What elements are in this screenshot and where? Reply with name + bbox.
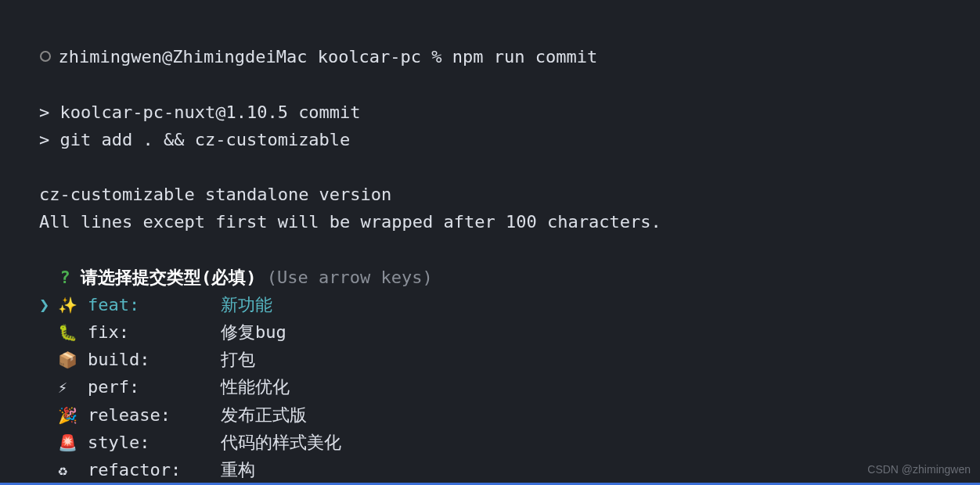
prompt-host: ZhimingdeiMac xyxy=(172,47,307,66)
option-fix[interactable]: 🐛fix:修复bug xyxy=(19,318,961,346)
option-desc: 打包 xyxy=(221,346,255,373)
question-line: ? 请选择提交类型(必填) (Use arrow keys) xyxy=(19,236,961,291)
blank-line xyxy=(19,153,961,181)
prompt-symbol: % xyxy=(431,47,441,66)
prompt-command[interactable]: npm run commit xyxy=(452,47,597,66)
option-type: style: xyxy=(88,429,221,456)
option-emoji-icon: 🎉 xyxy=(58,403,88,428)
option-perf[interactable]: ⚡perf:性能优化 xyxy=(19,373,961,401)
option-emoji-icon: 🚨 xyxy=(58,430,88,455)
output-line-2: > git add . && cz-customizable xyxy=(19,126,961,153)
terminal-prompt-line: zhimingwen@ZhimingdeiMac koolcar-pc % np… xyxy=(19,16,961,70)
option-desc: 代码的样式美化 xyxy=(221,429,341,456)
watermark: CSDN @zhimingwen xyxy=(867,461,971,478)
prompt-circle-icon xyxy=(40,51,51,62)
blank-line xyxy=(19,70,961,98)
option-emoji-icon: 📦 xyxy=(58,347,88,372)
option-emoji-icon: ⚡ xyxy=(58,375,88,400)
options-list[interactable]: ❯✨feat:新功能 🐛fix:修复bug 📦build:打包 ⚡perf:性能… xyxy=(19,291,961,483)
option-desc: 发布正式版 xyxy=(221,401,307,429)
option-feat[interactable]: ❯✨feat:新功能 xyxy=(19,291,961,318)
option-desc: 性能优化 xyxy=(221,373,290,401)
option-desc: 修复bug xyxy=(221,318,286,346)
prompt-user: zhimingwen xyxy=(59,47,162,66)
option-type: refactor: xyxy=(88,456,221,483)
option-type: feat: xyxy=(88,291,221,318)
option-refactor[interactable]: ♻refactor:重构 xyxy=(19,456,961,483)
cz-info-line-2: All lines except first will be wrapped a… xyxy=(19,208,961,235)
option-release[interactable]: 🎉release:发布正式版 xyxy=(19,401,961,429)
question-text: 请选择提交类型(必填) xyxy=(81,268,257,287)
question-hint: (Use arrow keys) xyxy=(267,268,433,287)
option-emoji-icon: ✨ xyxy=(58,293,88,318)
option-build[interactable]: 📦build:打包 xyxy=(19,346,961,373)
option-type: fix: xyxy=(88,318,221,346)
option-type: perf: xyxy=(88,373,221,401)
question-marker: ? xyxy=(60,268,70,287)
option-style[interactable]: 🚨style:代码的样式美化 xyxy=(19,429,961,456)
option-emoji-icon: 🐛 xyxy=(58,320,88,345)
option-emoji-icon: ♻ xyxy=(58,458,88,483)
option-type: release: xyxy=(88,401,221,429)
cz-info-line-1: cz-customizable standalone version xyxy=(19,181,961,208)
output-line-1: > koolcar-pc-nuxt@1.10.5 commit xyxy=(19,99,961,126)
option-type: build: xyxy=(88,346,221,373)
option-desc: 新功能 xyxy=(221,291,272,318)
option-desc: 重构 xyxy=(221,456,255,483)
option-marker: ❯ xyxy=(39,291,58,318)
prompt-dir: koolcar-pc xyxy=(318,47,421,66)
